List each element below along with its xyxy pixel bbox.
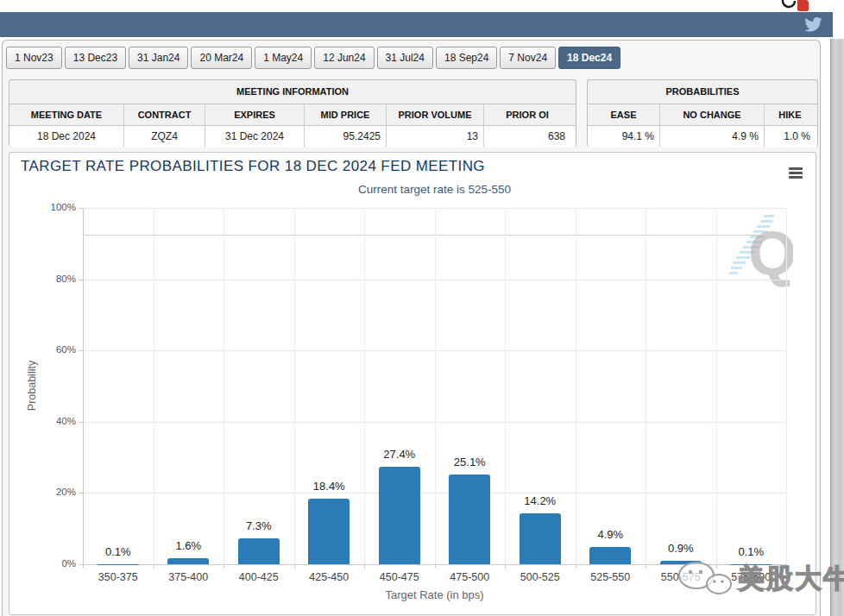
x-tickmark-5 [435, 564, 436, 569]
bar-label-575-600: 0.1% [738, 545, 764, 558]
probabilities-title: PROBABILITIES [588, 80, 817, 104]
tab-1-may24[interactable]: 1 May24 [255, 47, 312, 69]
x-tickmark-6 [505, 564, 506, 569]
x-tick-label-400-425: 400-425 [224, 571, 294, 583]
column-header-expires: EXPIRES [205, 104, 305, 125]
bar-label-425-450: 18.4% [313, 480, 345, 493]
bar-label-475-500: 25.1% [454, 456, 486, 468]
cn-watermark-text: 美股大牛眼 [738, 561, 844, 597]
y-tick-label-60: 60% [35, 344, 76, 355]
bar-500-525[interactable] [520, 513, 561, 564]
y-axis-title: Probability [26, 361, 38, 411]
column-header-no-change: NO CHANGE [660, 104, 765, 125]
y-tick-label-100: 100% [35, 202, 76, 212]
tab-20-mar24[interactable]: 20 Mar24 [191, 47, 252, 69]
twitter-icon[interactable] [804, 17, 822, 32]
x-tick-label-500-525: 500-525 [505, 571, 576, 583]
gridline-x-5 [435, 208, 436, 564]
x-tickmark-0 [83, 564, 84, 569]
browser-toolbar [0, 0, 844, 12]
x-tick-label-450-475: 450-475 [364, 571, 435, 583]
y-tick-label-0: 0% [35, 558, 76, 569]
chart-panel: TARGET RATE PROBABILITIES FOR 18 DEC 202… [9, 152, 816, 615]
bar-450-475[interactable] [379, 467, 420, 564]
column-header-meeting-date: MEETING DATE [9, 104, 124, 125]
probabilities-table: EASENO CHANGEHIKE94.1 %4.9 %1.0 % [588, 104, 817, 147]
tab-1-nov23[interactable]: 1 Nov23 [6, 47, 62, 69]
gridline-x-4 [364, 208, 365, 564]
gridline-x-1 [154, 208, 154, 564]
value-meeting-date: 18 Dec 2024 [9, 126, 124, 147]
bar-label-500-525: 14.2% [524, 494, 556, 507]
meeting-information-panel: MEETING INFORMATION MEETING DATECONTRACT… [9, 79, 576, 147]
value-prior-volume: 13 [387, 126, 484, 147]
meeting-information-table: MEETING DATECONTRACTEXPIRESMID PRICEPRIO… [9, 104, 576, 147]
x-tick-label-475-500: 475-500 [435, 571, 506, 583]
value-prior-oi: 638 [484, 126, 570, 147]
bar-475-500[interactable] [449, 475, 490, 564]
value-no-change: 4.9 % [660, 126, 765, 147]
tab-18-sep24[interactable]: 18 Sep24 [436, 47, 497, 69]
gridline-x-10 [786, 208, 787, 564]
bar-label-450-475: 27.4% [383, 448, 415, 461]
column-header-prior-oi: PRIOR OI [484, 104, 570, 125]
x-tickmark-1 [154, 564, 154, 569]
gridline-x-9 [716, 208, 717, 564]
value-expires: 31 Dec 2024 [205, 126, 305, 147]
bar-label-400-425: 7.3% [246, 519, 272, 532]
tab-7-nov24[interactable]: 7 Nov24 [500, 47, 556, 69]
gridline-x-6 [505, 208, 506, 564]
column-header-hike: HIKE [765, 104, 816, 125]
column-header-mid-price: MID PRICE [305, 104, 387, 125]
x-tickmark-8 [646, 564, 646, 569]
gridline-x-3 [294, 208, 295, 564]
tab-18-dec24[interactable]: 18 Dec24 [558, 47, 620, 69]
value-contract: ZQZ4 [124, 126, 205, 147]
table-value-row: 18 Dec 2024ZQZ431 Dec 202495.242513638 [9, 126, 576, 147]
x-tickmark-4 [364, 564, 365, 569]
quikstrike-logo-watermark: Q [724, 210, 793, 296]
fedwatch-page: 1 Nov2313 Dec2331 Jan2420 Mar241 May2412… [0, 0, 844, 616]
table-header-row: MEETING DATECONTRACTEXPIRESMID PRICEPRIO… [9, 104, 576, 126]
bar-425-450[interactable] [308, 499, 350, 564]
meeting-date-tabs: 1 Nov2313 Dec2331 Jan2420 Mar241 May2412… [6, 47, 623, 69]
probabilities-panel: PROBABILITIES EASENO CHANGEHIKE94.1 %4.9… [587, 79, 818, 147]
table-header-row: EASENO CHANGEHIKE [588, 104, 817, 126]
bar-label-525-550: 4.9% [597, 528, 623, 541]
refresh-icon[interactable] [779, 0, 798, 10]
x-tick-label-375-400: 375-400 [154, 571, 224, 583]
value-hike: 1.0 % [765, 126, 816, 147]
gridline-x-0 [83, 208, 84, 564]
x-tickmark-7 [576, 564, 576, 569]
bar-400-425[interactable] [238, 538, 280, 564]
tab-12-jun24[interactable]: 12 Jun24 [314, 47, 374, 69]
hamburger-menu-icon[interactable] [789, 167, 803, 180]
pdf-icon[interactable] [797, 0, 809, 11]
value-mid-price: 95.2425 [305, 126, 387, 147]
y-tick-label-20: 20% [35, 487, 76, 497]
tab-13-dec23[interactable]: 13 Dec23 [65, 47, 126, 69]
chart-title: TARGET RATE PROBABILITIES FOR 18 DEC 202… [21, 158, 485, 175]
plot-area: Q 0%20%40%60%80%100%0.1%350-3751.6%375-4… [83, 208, 786, 564]
bar-label-375-400: 1.6% [175, 539, 201, 552]
y-tick-label-40: 40% [35, 416, 76, 426]
column-header-ease: EASE [588, 104, 660, 125]
column-header-contract: CONTRACT [124, 104, 205, 125]
tab-31-jul24[interactable]: 31 Jul24 [377, 47, 433, 69]
bar-375-400[interactable] [167, 558, 209, 564]
wechat-icon [674, 560, 738, 598]
scrollbar[interactable] [830, 39, 844, 616]
bar-label-550-575: 0.9% [668, 542, 694, 555]
chart-subtitle: Current target rate is 525-550 [83, 183, 786, 196]
tab-31-jan24[interactable]: 31 Jan24 [129, 47, 188, 69]
y-tick-label-80: 80% [35, 273, 76, 284]
x-tick-label-350-375: 350-375 [83, 571, 154, 583]
gridline-x-2 [224, 208, 224, 564]
column-header-prior-volume: PRIOR VOLUME [387, 104, 484, 125]
gridline-x-7 [576, 208, 576, 564]
bar-label-350-375: 0.1% [105, 545, 131, 558]
x-tick-label-425-450: 425-450 [294, 571, 365, 583]
bar-525-550[interactable] [589, 547, 631, 564]
table-value-row: 94.1 %4.9 %1.0 % [588, 126, 817, 147]
main-container: 1 Nov2313 Dec2331 Jan2420 Mar241 May2412… [2, 40, 821, 616]
